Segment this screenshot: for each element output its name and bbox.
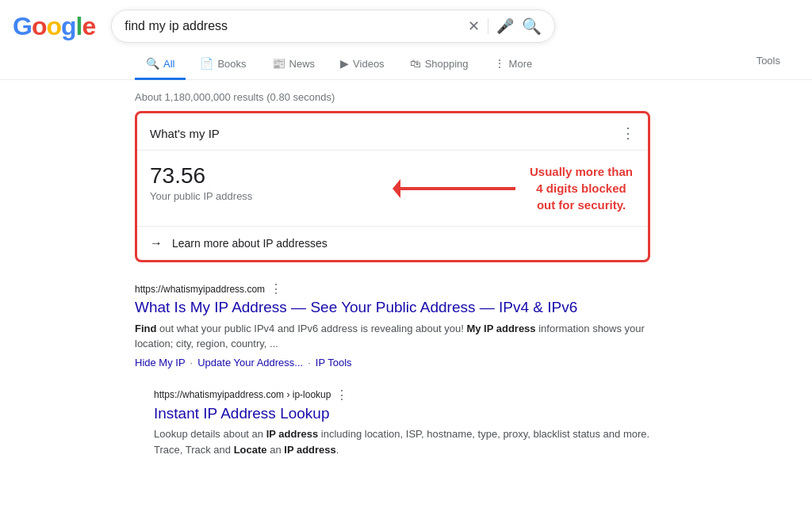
tab-shopping-label: Shopping bbox=[425, 58, 469, 70]
logo-letter-o2: o bbox=[46, 12, 61, 40]
result-link-sep-2: · bbox=[308, 357, 311, 369]
google-logo: Google bbox=[13, 12, 95, 41]
clear-icon[interactable]: ✕ bbox=[468, 17, 480, 35]
all-tab-icon: 🔍 bbox=[146, 57, 159, 70]
more-tab-icon: ⋮ bbox=[494, 57, 505, 70]
logo-letter-g2: g bbox=[61, 12, 76, 40]
featured-header: What's my IP ⋮ bbox=[137, 113, 648, 151]
arrow-right-icon: → bbox=[150, 236, 163, 250]
tab-news[interactable]: 📰 News bbox=[261, 49, 327, 80]
indented-snippet: Lookup details about an IP address inclu… bbox=[154, 426, 650, 457]
videos-tab-icon: ▶ bbox=[340, 57, 349, 70]
tab-more[interactable]: ⋮ More bbox=[483, 49, 544, 80]
logo-letter-g: G bbox=[13, 12, 32, 40]
page-header: Google find my ip address ✕ 🎤 🔍 bbox=[0, 0, 812, 43]
featured-title: What's my IP bbox=[150, 127, 220, 140]
svg-marker-1 bbox=[393, 179, 400, 198]
news-tab-icon: 📰 bbox=[272, 57, 285, 70]
result-link-sep-1: · bbox=[190, 357, 193, 369]
featured-snippet: What's my IP ⋮ 73.56 Your public IP addr… bbox=[135, 111, 650, 262]
nav-tabs: 🔍 All 📄 Books 📰 News ▶ Videos 🛍 Shopping… bbox=[0, 43, 812, 80]
search-bar: find my ip address ✕ 🎤 🔍 bbox=[111, 10, 555, 43]
annotation-box: Usually more than 4 digits blocked out f… bbox=[393, 163, 635, 213]
indented-options-icon[interactable]: ⋮ bbox=[335, 388, 348, 403]
results-count: About 1,180,000,000 results (0.80 second… bbox=[135, 86, 682, 111]
result-url-1: https://whatismyipaddress.com bbox=[135, 284, 265, 295]
featured-footer[interactable]: → Learn more about IP addresses bbox=[137, 227, 648, 260]
arrow-container bbox=[393, 173, 519, 204]
indented-url: https://whatismyipaddress.com › ip-looku… bbox=[154, 389, 331, 400]
result-snippet-1: Find out what your public IPv4 and IPv6 … bbox=[135, 321, 650, 352]
ip-info: 73.56 Your public IP address bbox=[150, 163, 393, 203]
tab-videos[interactable]: ▶ Videos bbox=[329, 49, 396, 80]
search-icons: ✕ 🎤 🔍 bbox=[468, 17, 542, 36]
annotation-text: Usually more than 4 digits blocked out f… bbox=[527, 163, 635, 213]
result-sublink-hide-my-ip[interactable]: Hide My IP bbox=[135, 357, 186, 369]
tab-all-label: All bbox=[163, 58, 174, 70]
tab-books[interactable]: 📄 Books bbox=[189, 49, 257, 80]
organic-result-1: https://whatismyipaddress.com ⋮ What Is … bbox=[135, 281, 650, 369]
result-links-1: Hide My IP · Update Your Address... · IP… bbox=[135, 357, 650, 369]
books-tab-icon: 📄 bbox=[200, 57, 213, 70]
result-title-1[interactable]: What Is My IP Address — See Your Public … bbox=[135, 298, 650, 318]
tools-button[interactable]: Tools bbox=[756, 55, 812, 74]
featured-options-icon[interactable]: ⋮ bbox=[621, 124, 635, 142]
tab-books-label: Books bbox=[217, 58, 246, 70]
indented-title[interactable]: Instant IP Address Lookup bbox=[154, 404, 650, 424]
tab-news-label: News bbox=[289, 58, 316, 70]
tab-shopping[interactable]: 🛍 Shopping bbox=[399, 49, 480, 80]
tab-videos-label: Videos bbox=[353, 58, 385, 70]
shopping-tab-icon: 🛍 bbox=[410, 57, 421, 70]
microphone-icon[interactable]: 🎤 bbox=[496, 17, 514, 35]
logo-letter-o1: o bbox=[32, 12, 47, 40]
tab-all[interactable]: 🔍 All bbox=[135, 49, 186, 80]
featured-content: 73.56 Your public IP address Usually mor… bbox=[137, 151, 648, 227]
ip-label: Your public IP address bbox=[150, 190, 252, 202]
indented-result-1: https://whatismyipaddress.com › ip-looku… bbox=[154, 388, 650, 458]
search-input[interactable]: find my ip address bbox=[124, 19, 462, 33]
divider bbox=[488, 18, 488, 34]
search-button-icon[interactable]: 🔍 bbox=[522, 17, 542, 36]
result-sublink-update-address[interactable]: Update Your Address... bbox=[197, 357, 303, 369]
red-arrow-icon bbox=[393, 173, 519, 204]
result-url-row-1: https://whatismyipaddress.com ⋮ bbox=[135, 281, 650, 296]
ip-value: 73.56 bbox=[150, 163, 393, 189]
logo-letter-e: e bbox=[82, 12, 95, 40]
result-options-icon-1[interactable]: ⋮ bbox=[270, 281, 282, 296]
result-sublink-ip-tools[interactable]: IP Tools bbox=[316, 357, 352, 369]
tab-more-label: More bbox=[509, 58, 533, 70]
featured-footer-link: Learn more about IP addresses bbox=[172, 237, 327, 250]
indented-url-row: https://whatismyipaddress.com › ip-looku… bbox=[154, 388, 650, 403]
results-area: About 1,180,000,000 results (0.80 second… bbox=[0, 80, 682, 457]
